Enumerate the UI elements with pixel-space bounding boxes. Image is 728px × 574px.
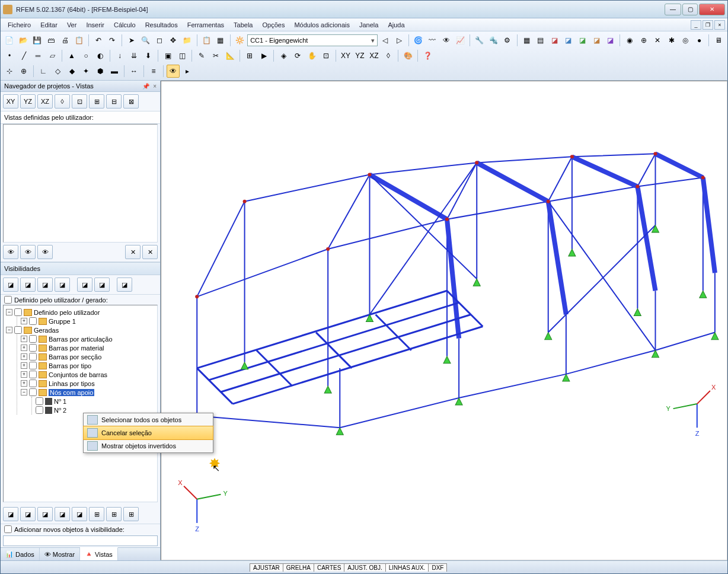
tree-item[interactable]: Conjuntos de barras	[49, 371, 107, 378]
color4-icon[interactable]: ◪	[590, 34, 603, 47]
zoom-icon[interactable]: 🔍	[139, 34, 152, 47]
user-views-list[interactable]	[3, 124, 158, 243]
edit3-icon[interactable]: 📐	[223, 49, 237, 62]
tree-check[interactable]	[29, 362, 37, 369]
expand-icon[interactable]: +	[21, 318, 27, 324]
viewport-3d[interactable]: Z Y X Z Y X	[161, 81, 727, 560]
panel-close-icon[interactable]: ×	[153, 83, 157, 90]
vis-btn5[interactable]: ◪	[77, 278, 92, 292]
tree-item[interactable]: Barras por tipo	[49, 362, 91, 369]
view-btn5[interactable]: ⊡	[72, 94, 87, 109]
next-icon[interactable]: ▷	[393, 34, 406, 47]
bottom-btn6[interactable]: ⊞	[89, 507, 104, 521]
misc5-icon[interactable]: ◎	[679, 34, 692, 47]
mesh-icon[interactable]: ⊞	[243, 49, 256, 62]
menu-resultados[interactable]: Resultados	[141, 20, 183, 30]
tree-check[interactable]	[29, 371, 37, 378]
load2-icon[interactable]: ⇊	[127, 49, 141, 62]
titlebar[interactable]: RFEM 5.02.1367 (64bit) - [RFEM-Beispiel-…	[1, 1, 727, 18]
node-icon[interactable]: •	[3, 49, 16, 62]
line-icon[interactable]: ╱	[17, 49, 30, 62]
eye3-icon[interactable]: 👁	[37, 245, 53, 259]
display-icon[interactable]: 🖥	[712, 34, 725, 47]
yz-icon[interactable]: YZ	[353, 49, 366, 62]
move-icon[interactable]: ✥	[167, 34, 180, 47]
member-icon[interactable]: ═	[31, 49, 44, 62]
snap6-icon[interactable]: ✦	[79, 65, 92, 78]
expand-icon[interactable]: −	[6, 327, 12, 333]
save-all-icon[interactable]: 🗃	[45, 34, 58, 47]
tree-sub1[interactable]: Nº 1	[54, 398, 66, 405]
folder-icon[interactable]: 📁	[181, 34, 194, 47]
misc3-icon[interactable]: ✕	[651, 34, 664, 47]
open-icon[interactable]: 📂	[17, 34, 30, 47]
bottom-btn8[interactable]: ⊞	[123, 507, 139, 521]
vis-btn1[interactable]: ◪	[3, 278, 18, 292]
layer-icon[interactable]: ≡	[147, 65, 160, 78]
menu-opcoes[interactable]: Opções	[257, 20, 289, 30]
misc4-icon[interactable]: ✱	[665, 34, 678, 47]
dim-icon[interactable]: ↔	[127, 65, 141, 78]
vis-btn2[interactable]: ◪	[20, 278, 36, 292]
new-icon[interactable]: 📄	[3, 34, 16, 47]
menu-ajuda[interactable]: Ajuda	[383, 20, 409, 30]
tree-root1[interactable]: Definido pelo utilizador	[34, 309, 100, 316]
close-button[interactable]: ✕	[699, 4, 725, 15]
menu-ver[interactable]: Ver	[62, 20, 82, 30]
tree-check[interactable]	[29, 317, 37, 325]
tree-check[interactable]	[36, 397, 43, 405]
tree-item[interactable]: Barras por secção	[49, 353, 101, 361]
menu-tabela[interactable]: Tabela	[229, 20, 257, 30]
release-icon[interactable]: ◐	[94, 49, 107, 62]
eye2-icon[interactable]: 👁	[20, 245, 36, 259]
bottom-btn5[interactable]: ◪	[72, 507, 87, 521]
mdi-restore[interactable]: ❐	[703, 20, 713, 30]
minimize-button[interactable]: —	[665, 4, 681, 15]
vis-icon[interactable]: 👁	[167, 65, 180, 78]
save-icon[interactable]: 💾	[31, 34, 44, 47]
misc2-icon[interactable]: ⊕	[637, 34, 650, 47]
bottom-btn4[interactable]: ◪	[55, 507, 70, 521]
tree-gruppe1[interactable]: Gruppe 1	[49, 318, 76, 325]
view-btn8[interactable]: ⊠	[123, 94, 139, 109]
arrow-icon[interactable]: ➤	[125, 34, 138, 47]
load-case-combo[interactable]: CC1 - Eigengewicht ▾	[247, 34, 378, 46]
color3-icon[interactable]: ◪	[576, 34, 589, 47]
add-objects-input[interactable]	[3, 535, 158, 546]
tree-check[interactable]	[29, 388, 37, 396]
tab-dados[interactable]: 📊 Dados	[1, 548, 40, 560]
load3-icon[interactable]: ⬇	[142, 49, 155, 62]
module2-icon[interactable]: 🔩	[487, 34, 500, 47]
print-icon[interactable]: 🖨	[59, 34, 72, 47]
snap1-icon[interactable]: ⊹	[3, 65, 16, 78]
tab-vistas[interactable]: 🔺 Vistas	[80, 547, 118, 560]
view-btn6[interactable]: ⊞	[89, 94, 104, 109]
tab-mostrar[interactable]: 👁 Mostrar	[40, 548, 80, 560]
module1-icon[interactable]: 🔧	[473, 34, 486, 47]
status-tab-ajustar[interactable]: AJUSTAR	[250, 563, 283, 572]
vis-btn3[interactable]: ◪	[37, 278, 53, 292]
graph-icon[interactable]: 📈	[454, 34, 467, 47]
mdi-close[interactable]: ×	[714, 20, 725, 30]
del2-icon[interactable]: ✕	[142, 245, 158, 259]
view-btn7[interactable]: ⊟	[106, 94, 122, 109]
table-icon[interactable]: ▦	[214, 34, 227, 47]
tree-check[interactable]	[29, 353, 37, 361]
select-icon[interactable]: ◻	[153, 34, 166, 47]
tree-item[interactable]: Barras por material	[49, 345, 104, 352]
expand-icon[interactable]: +	[21, 336, 27, 342]
tree-sub2[interactable]: Nº 2	[54, 407, 66, 414]
ctx-show-inverted[interactable]: Mostrar objetos invertidos	[84, 439, 213, 452]
view-iso-button[interactable]: ◊	[55, 94, 70, 109]
status-tab-grelha[interactable]: GRELHA	[283, 563, 314, 572]
grid2-icon[interactable]: ▤	[534, 34, 547, 47]
box-icon[interactable]: ◫	[175, 49, 189, 62]
view-yz-button[interactable]: YZ	[20, 94, 36, 109]
vis-btn7[interactable]: ◪	[117, 278, 132, 292]
snap5-icon[interactable]: ◆	[65, 65, 78, 78]
menu-editar[interactable]: Editar	[36, 20, 62, 30]
visibility-tree[interactable]: −Definido pelo utilizador +Gruppe 1 −Ger…	[3, 305, 158, 502]
iso-icon[interactable]: ◊	[382, 49, 395, 62]
menu-calculo[interactable]: Cálculo	[109, 20, 141, 30]
vis-btn4[interactable]: ◪	[55, 278, 70, 292]
